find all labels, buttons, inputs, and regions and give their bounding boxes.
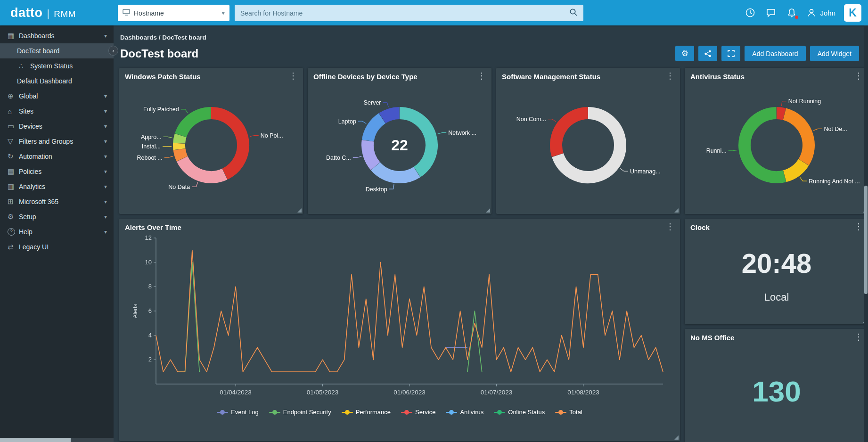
kebab-menu-icon[interactable]: ⋮	[666, 72, 674, 80]
add-dashboard-button[interactable]: Add Dashboard	[745, 46, 805, 61]
sidebar-item-doctest-board[interactable]: DocTest board	[0, 43, 114, 58]
svg-text:Network ...: Network ...	[448, 130, 476, 136]
resize-handle[interactable]	[674, 208, 679, 213]
legend-label: Total	[569, 409, 582, 416]
scrollbar-thumb[interactable]	[864, 186, 868, 294]
resize-handle[interactable]	[486, 208, 490, 213]
chevron-down-icon: ▾	[104, 198, 107, 205]
sidebar-item-default-dashboard[interactable]: Default Dashboard	[0, 74, 114, 89]
legend-marker	[401, 410, 412, 415]
hostname-dropdown-label: Hostname	[134, 9, 218, 17]
legend-item-online-status[interactable]: Online Status	[494, 409, 545, 416]
kebab-menu-icon[interactable]: ⋮	[854, 333, 863, 341]
share-dashboard-button[interactable]	[698, 46, 717, 61]
svg-text:01/04/2023: 01/04/2023	[220, 389, 252, 396]
search-input[interactable]	[240, 9, 569, 17]
windows-patch-donut-chart: No Pol...No DataReboot ...Instal...Appro…	[125, 81, 297, 207]
legend-item-total[interactable]: Total	[555, 409, 582, 416]
svg-text:No Pol...: No Pol...	[261, 132, 283, 139]
logo-product-text: RMM	[54, 9, 76, 19]
recent-activity-clock-icon[interactable]	[744, 7, 756, 19]
system-status-icon: ∴	[19, 62, 30, 70]
sidebar-item-legacy-ui[interactable]: ⇄Legacy UI	[0, 239, 114, 254]
sidebar-item-microsoft-365[interactable]: ⊞Microsoft 365▾	[0, 194, 114, 209]
kaseya-logo-button[interactable]: K	[844, 4, 861, 22]
devices-icon: ▭	[8, 122, 19, 131]
hostname-filter-dropdown[interactable]: Hostname ▾	[118, 5, 229, 21]
sidebar-item-help[interactable]: ?Help▾	[0, 224, 114, 239]
user-name: John	[820, 9, 835, 17]
chat-icon[interactable]	[765, 7, 777, 19]
chevron-down-icon: ▾	[104, 123, 107, 130]
page-title: DocTest board	[120, 47, 198, 60]
sidebar-item-filters-and-groups[interactable]: ▽Filters and Groups▾	[0, 134, 114, 149]
scrollbar-thumb[interactable]	[0, 438, 71, 442]
sidebar-item-label: Analytics	[19, 183, 104, 190]
svg-text:No Data: No Data	[168, 184, 190, 190]
sidebar-item-label: Automation	[19, 153, 104, 160]
sidebar-item-global[interactable]: ⊕Global▾	[0, 89, 114, 104]
logo-datto-text: datto	[10, 6, 42, 20]
kebab-menu-icon[interactable]: ⋮	[289, 72, 297, 80]
widget-title: No MS Office	[690, 334, 863, 342]
search-icon[interactable]	[569, 8, 578, 18]
kebab-menu-icon[interactable]: ⋮	[854, 222, 863, 231]
sidebar-item-label: Help	[19, 228, 104, 236]
no-ms-office-count: 130	[690, 375, 863, 408]
add-widget-button[interactable]: Add Widget	[810, 46, 859, 61]
svg-text:4: 4	[148, 332, 152, 339]
widget-no-ms-office: No MS Office ⋮ 130	[685, 329, 864, 442]
user-avatar-icon	[806, 8, 817, 18]
sidebar-item-devices[interactable]: ▭Devices▾	[0, 119, 114, 134]
kebab-menu-icon[interactable]: ⋮	[477, 72, 486, 80]
sidebar-item-sites[interactable]: ⌂Sites▾	[0, 104, 114, 119]
sidebar-item-system-status[interactable]: ∴System Status	[0, 58, 114, 74]
svg-text:2: 2	[148, 356, 152, 363]
resize-handle[interactable]	[674, 435, 679, 440]
sidebar-item-label: Sites	[19, 107, 104, 115]
global-icon: ⊕	[8, 92, 19, 100]
chevron-down-icon: ▾	[104, 229, 107, 235]
sidebar-horizontal-scrollbar[interactable]	[0, 438, 114, 442]
kebab-menu-icon[interactable]: ⋮	[666, 222, 674, 231]
widget-title: Software Management Status	[502, 73, 674, 81]
software-management-donut-chart: Unmanag...Non Com...	[502, 81, 674, 207]
legend-item-event-log[interactable]: Event Log	[217, 409, 259, 416]
topbar-actions: John K	[744, 0, 861, 25]
resize-handle[interactable]	[297, 208, 302, 213]
legend-item-endpoint-security[interactable]: Endpoint Security	[269, 409, 331, 416]
sidebar-item-automation[interactable]: ↻Automation▾	[0, 149, 114, 164]
sites-icon: ⌂	[8, 107, 19, 115]
legend-item-antivirus[interactable]: Antivirus	[446, 409, 483, 416]
chevron-down-icon: ▾	[221, 9, 225, 16]
notifications-bell-icon[interactable]	[786, 7, 798, 19]
sidebar-item-label: System Status	[30, 62, 107, 70]
filters-and-groups-icon: ▽	[8, 137, 19, 146]
vertical-scrollbar[interactable]	[864, 25, 868, 442]
right-widget-column: Clock ⋮ 20:48 Local No MS Office ⋮ 130	[685, 219, 864, 442]
dashboard-settings-button[interactable]: ⚙	[675, 46, 694, 61]
sidebar-item-policies[interactable]: ▤Policies▾	[0, 164, 114, 179]
sidebar-item-analytics[interactable]: ▥Analytics▾	[0, 179, 114, 194]
sidebar-item-label: Policies	[19, 168, 104, 175]
sidebar-collapse-button[interactable]: ‹	[108, 46, 118, 56]
kebab-menu-icon[interactable]: ⋮	[854, 72, 863, 80]
chevron-down-icon: ▾	[104, 183, 107, 190]
clock-timezone: Local	[690, 291, 863, 303]
dashboards-icon: ▦	[8, 32, 19, 40]
fullscreen-button[interactable]	[721, 46, 740, 61]
legend-item-performance[interactable]: Performance	[342, 409, 391, 416]
legend-label: Antivirus	[460, 409, 483, 416]
sidebar-item-label: Legacy UI	[19, 243, 107, 251]
breadcrumb-root[interactable]: Dashboards	[120, 34, 157, 41]
sidebar-item-dashboards[interactable]: ▦Dashboards▾	[0, 28, 114, 43]
dashboard-toolbar: ⚙ Add Dashboard Add Widget	[675, 46, 859, 61]
user-menu[interactable]: John	[806, 8, 835, 18]
widget-title: Clock	[690, 223, 863, 231]
legend-label: Event Log	[231, 409, 259, 416]
topbar: datto | RMM Hostname ▾ John K	[0, 0, 868, 25]
sidebar-item-setup[interactable]: ⚙Setup▾	[0, 209, 114, 224]
clock-time: 20:48	[690, 247, 863, 279]
legend-item-service[interactable]: Service	[401, 409, 435, 416]
svg-text:Running And Not ...: Running And Not ...	[809, 178, 860, 185]
